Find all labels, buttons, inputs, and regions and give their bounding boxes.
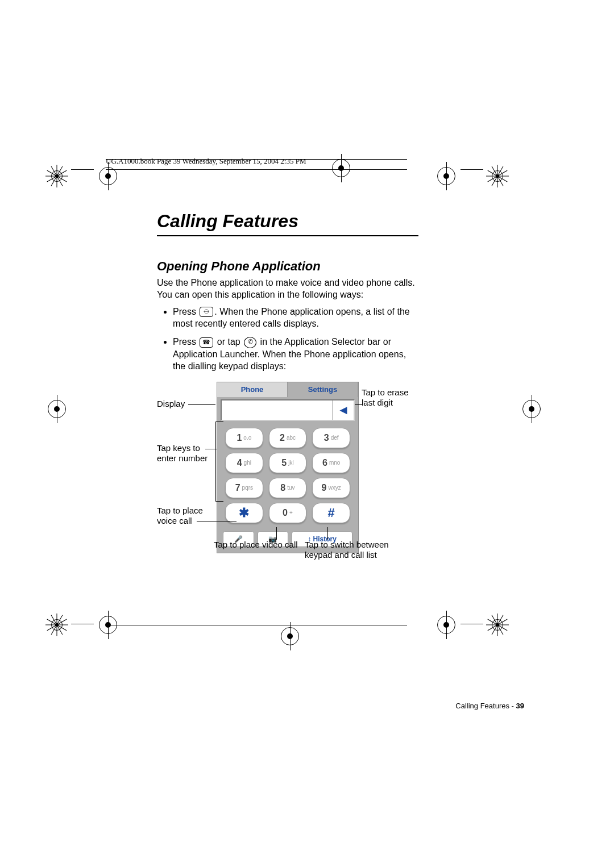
print-boundary	[106, 625, 407, 625]
registration-mark	[34, 602, 80, 648]
callout-line	[276, 527, 277, 540]
phone-tabs: Phone Settings	[217, 382, 358, 397]
callout-line	[188, 404, 215, 405]
tab-settings[interactable]: Settings	[288, 382, 358, 397]
target-mark	[424, 602, 469, 648]
chapter-title: Calling Features	[157, 211, 418, 236]
bullet-2: Press ☎ or tap ✆ in the Application Sele…	[173, 336, 418, 373]
page-footer: Calling Features - 39	[263, 702, 524, 710]
key-5[interactable]: 5jkl	[269, 453, 307, 473]
page-content: UG.A1000.book Page 39 Wednesday, Septemb…	[106, 153, 407, 569]
phone-key-icon: ☎	[200, 337, 213, 348]
key-0[interactable]: 0+	[269, 503, 307, 523]
callout-line	[197, 521, 237, 521]
registration-mark	[475, 602, 520, 648]
callout-keys: Tap keys to enter number	[157, 443, 214, 465]
key-9[interactable]: 9wxyz	[312, 478, 350, 498]
bullet2-pre: Press	[173, 337, 198, 347]
key-2[interactable]: 2abc	[269, 428, 307, 448]
target-mark	[424, 153, 469, 199]
key-8[interactable]: 8tuv	[269, 478, 307, 498]
key-1[interactable]: 1o.o	[225, 428, 263, 448]
callout-line	[327, 527, 328, 540]
tab-phone[interactable]: Phone	[217, 382, 288, 397]
bullet1-pre: Press	[173, 307, 198, 316]
phone-mockup: Phone Settings ◄ 1o.o 2abc 3def 4ghi 5jk…	[217, 382, 359, 553]
intro-paragraph: Use the Phone application to make voice …	[157, 277, 418, 301]
target-mark	[34, 386, 80, 432]
page-number: 39	[516, 702, 524, 710]
footer-label: Calling Features -	[455, 702, 516, 710]
running-header: UG.A1000.book Page 39 Wednesday, Septemb…	[106, 153, 407, 170]
number-display[interactable]	[222, 400, 332, 420]
callout-history: Tap to switch between keypad and call li…	[305, 540, 413, 561]
bullet2-mid: or tap	[214, 337, 243, 347]
callout-erase: Tap to erase last digit	[362, 387, 418, 409]
phone-app-icon: ✆	[244, 337, 256, 348]
mark-line	[71, 169, 94, 170]
callout-line	[215, 501, 223, 502]
registration-mark	[34, 153, 80, 199]
callout-line	[215, 422, 223, 422]
registration-mark	[475, 153, 520, 199]
bullet-1: Press ⦵. When the Phone application open…	[173, 306, 418, 330]
key-7[interactable]: 7pqrs	[225, 478, 263, 498]
key-4[interactable]: 4ghi	[225, 453, 263, 473]
callout-line	[205, 449, 217, 449]
key-3[interactable]: 3def	[312, 428, 350, 448]
mark-line	[460, 624, 483, 624]
erase-button[interactable]: ◄	[332, 400, 354, 420]
mark-line	[71, 624, 94, 624]
callout-line	[355, 404, 363, 405]
callout-line	[215, 422, 216, 501]
number-display-row: ◄	[221, 399, 355, 421]
phone-figure: Phone Settings ◄ 1o.o 2abc 3def 4ghi 5jk…	[157, 382, 418, 569]
target-mark	[509, 386, 554, 432]
key-star[interactable]: ✱	[225, 503, 263, 523]
mark-line	[460, 169, 483, 170]
keypad: 1o.o 2abc 3def 4ghi 5jkl 6mno 7pqrs 8tuv…	[217, 422, 358, 529]
callout-video: Tap to place video call	[214, 540, 299, 550]
section-title: Opening Phone Application	[157, 259, 418, 274]
callout-voice: Tap to place voice call	[157, 506, 214, 527]
key-6[interactable]: 6mno	[312, 453, 350, 473]
target-mark	[267, 614, 313, 659]
softkey-icon: ⦵	[200, 307, 213, 317]
key-hash[interactable]: #	[312, 503, 350, 523]
